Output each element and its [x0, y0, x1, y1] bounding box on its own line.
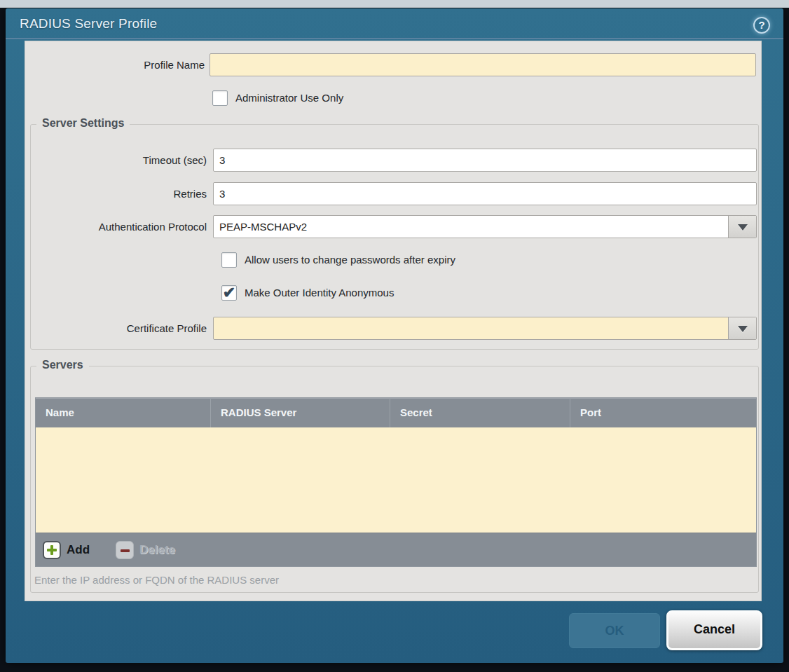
- retries-label: Retries: [31, 182, 207, 205]
- plus-icon: [43, 541, 61, 559]
- minus-icon: [116, 541, 134, 559]
- profile-name-input[interactable]: [210, 53, 756, 76]
- auth-protocol-value: PEAP-MSCHAPv2: [219, 216, 725, 238]
- outer-identity-label[interactable]: Make Outer Identity Anonymous: [245, 285, 394, 301]
- radius-server-hint-text: Enter the IP address or FQDN of the RADI…: [34, 574, 279, 586]
- allow-password-change-label[interactable]: Allow users to change passwords after ex…: [245, 252, 455, 268]
- timeout-label: Timeout (sec): [31, 149, 207, 172]
- outer-identity-checkbox[interactable]: ✔: [221, 285, 237, 301]
- screen-background: RADIUS Server Profile ? Profile Name Adm…: [0, 0, 789, 672]
- servers-legend: Servers: [36, 359, 89, 371]
- bottom-screen-strip: [0, 0, 789, 8]
- add-button[interactable]: Add: [43, 541, 102, 559]
- allow-password-change-checkbox[interactable]: [221, 252, 237, 268]
- title-divider: [6, 38, 783, 39]
- auth-protocol-dropdown-button[interactable]: [728, 216, 756, 238]
- delete-button-label: Delete: [139, 542, 175, 558]
- column-header-port[interactable]: Port: [570, 398, 756, 427]
- help-icon[interactable]: ?: [753, 17, 770, 34]
- cancel-button[interactable]: Cancel: [666, 610, 762, 650]
- column-header-secret[interactable]: Secret: [390, 398, 570, 427]
- certificate-profile-value: [219, 317, 725, 339]
- column-header-radius-server[interactable]: RADIUS Server: [211, 398, 390, 427]
- chevron-down-icon: [738, 326, 748, 332]
- profile-name-label: Profile Name: [25, 53, 205, 76]
- servers-table: Name RADIUS Server Secret Port Add: [35, 397, 757, 567]
- server-settings-legend: Server Settings: [36, 117, 130, 130]
- column-header-name[interactable]: Name: [36, 398, 211, 427]
- certificate-profile-dropdown-button[interactable]: [728, 317, 756, 339]
- dialog-title-bar: RADIUS Server Profile ?: [6, 8, 783, 39]
- server-settings-group: Server Settings Timeout (sec) Retries Au…: [30, 124, 759, 350]
- dialog-title: RADIUS Server Profile: [20, 16, 157, 32]
- ok-button[interactable]: OK: [569, 613, 660, 648]
- radius-server-profile-dialog: RADIUS Server Profile ? Profile Name Adm…: [6, 8, 783, 663]
- timeout-input[interactable]: [213, 149, 757, 172]
- certificate-profile-select[interactable]: [213, 317, 757, 340]
- servers-table-header: Name RADIUS Server Secret Port: [36, 398, 756, 427]
- admin-use-only-checkbox[interactable]: [212, 90, 228, 106]
- delete-button[interactable]: Delete: [116, 541, 193, 559]
- chevron-down-icon: [738, 224, 748, 231]
- admin-use-only-label[interactable]: Administrator Use Only: [235, 90, 343, 106]
- dialog-content-panel: Profile Name Administrator Use Only Serv…: [25, 41, 762, 601]
- retries-input[interactable]: [213, 182, 757, 205]
- servers-table-body-empty: [36, 427, 756, 533]
- add-button-label: Add: [67, 542, 90, 558]
- auth-protocol-select[interactable]: PEAP-MSCHAPv2: [213, 215, 757, 238]
- certificate-profile-label: Certificate Profile: [31, 317, 207, 340]
- auth-protocol-label: Authentication Protocol: [31, 215, 207, 238]
- servers-table-toolbar: Add Delete: [36, 533, 756, 566]
- servers-group: Servers Name RADIUS Server Secret Port: [30, 366, 759, 593]
